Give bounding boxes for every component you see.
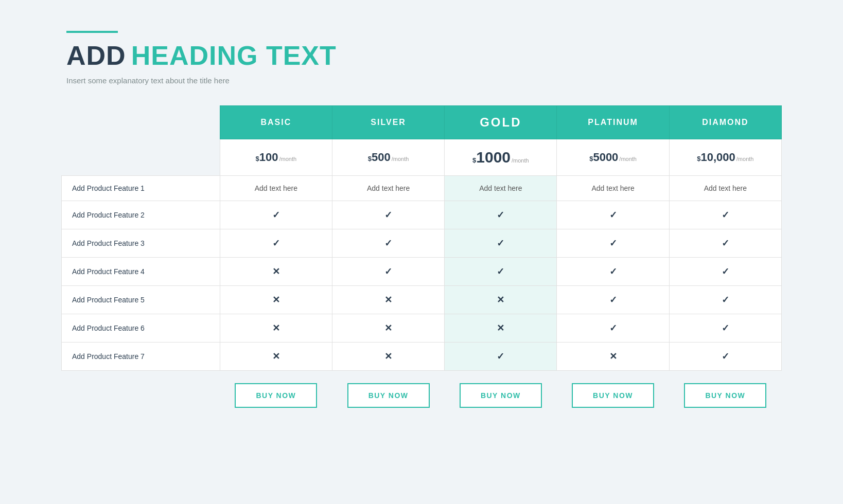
feature-val-3-basic: ✓ [220, 229, 332, 258]
heading-add: ADD [66, 40, 126, 71]
feature-val-2-basic: ✓ [220, 201, 332, 229]
plan-header-platinum: PLATINUM [557, 106, 669, 139]
feature-label-5: Add Product Feature 5 [62, 286, 220, 314]
buy-now-gold-cell: BUY NOW [445, 371, 557, 408]
feature-val-5-silver: ✕ [332, 286, 445, 314]
price-cell-gold: $ 1000 /month [445, 139, 557, 176]
buy-now-row: BUY NOW BUY NOW BUY NOW BUY NOW BUY NOW [62, 371, 782, 408]
heading-text: HEADING TEXT [131, 40, 337, 71]
feature-val-1-gold: Add text here [445, 176, 557, 201]
buy-now-diamond-cell: BUY NOW [669, 371, 781, 408]
price-row: $ 100 /month $ 500 /month [62, 139, 782, 176]
feature-val-4-silver: ✓ [332, 258, 445, 286]
pricing-table: BASIC SILVER GOLD PLATINUM DIAMOND $ 100… [61, 105, 782, 408]
feature-val-2-diamond: ✓ [669, 201, 781, 229]
feature-val-7-diamond: ✓ [669, 343, 781, 371]
feature-row-3: Add Product Feature 3 ✓ ✓ ✓ ✓ ✓ [62, 229, 782, 258]
feature-val-7-silver: ✕ [332, 343, 445, 371]
buy-now-silver-cell: BUY NOW [332, 371, 445, 408]
accent-line [66, 31, 118, 33]
feature-val-7-gold: ✓ [445, 343, 557, 371]
buy-now-gold-button[interactable]: BUY NOW [460, 383, 542, 408]
buy-now-basic-cell: BUY NOW [220, 371, 332, 408]
price-cell-basic: $ 100 /month [220, 139, 332, 176]
feature-label-6: Add Product Feature 6 [62, 314, 220, 343]
feature-row-2: Add Product Feature 2 ✓ ✓ ✓ ✓ ✓ [62, 201, 782, 229]
feature-val-5-basic: ✕ [220, 286, 332, 314]
feature-val-7-platinum: ✕ [557, 343, 669, 371]
feature-label-2: Add Product Feature 2 [62, 201, 220, 229]
feature-val-1-platinum: Add text here [557, 176, 669, 201]
buy-now-silver-button[interactable]: BUY NOW [347, 383, 430, 408]
price-feature-cell [62, 139, 220, 176]
buy-now-basic-button[interactable]: BUY NOW [235, 383, 317, 408]
feature-label-7: Add Product Feature 7 [62, 343, 220, 371]
feature-label-3: Add Product Feature 3 [62, 229, 220, 258]
buy-now-diamond-button[interactable]: BUY NOW [684, 383, 766, 408]
feature-val-1-basic: Add text here [220, 176, 332, 201]
price-cell-silver: $ 500 /month [332, 139, 445, 176]
feature-row-1: Add Product Feature 1 Add text here Add … [62, 176, 782, 201]
heading-subtitle: Insert some explanatory text about the t… [66, 76, 782, 85]
plan-header-basic: BASIC [220, 106, 332, 139]
feature-col-header [62, 106, 220, 139]
page-wrapper: ADD HEADING TEXT Insert some explanatory… [61, 31, 782, 408]
buy-now-platinum-button[interactable]: BUY NOW [572, 383, 654, 408]
feature-val-1-silver: Add text here [332, 176, 445, 201]
feature-val-1-diamond: Add text here [669, 176, 781, 201]
pricing-table-wrapper: BASIC SILVER GOLD PLATINUM DIAMOND $ 100… [61, 105, 782, 408]
heading-row: ADD HEADING TEXT [66, 40, 782, 71]
feature-label-4: Add Product Feature 4 [62, 258, 220, 286]
feature-row-5: Add Product Feature 5 ✕ ✕ ✕ ✓ ✓ [62, 286, 782, 314]
feature-val-4-platinum: ✓ [557, 258, 669, 286]
feature-val-6-silver: ✕ [332, 314, 445, 343]
feature-val-7-basic: ✕ [220, 343, 332, 371]
header-section: ADD HEADING TEXT Insert some explanatory… [61, 31, 782, 85]
feature-val-2-silver: ✓ [332, 201, 445, 229]
price-cell-platinum: $ 5000 /month [557, 139, 669, 176]
feature-val-3-platinum: ✓ [557, 229, 669, 258]
plan-header-row: BASIC SILVER GOLD PLATINUM DIAMOND [62, 106, 782, 139]
price-cell-diamond: $ 10,000 /month [669, 139, 781, 176]
feature-val-4-gold: ✓ [445, 258, 557, 286]
feature-val-5-diamond: ✓ [669, 286, 781, 314]
feature-val-4-basic: ✕ [220, 258, 332, 286]
buy-now-platinum-cell: BUY NOW [557, 371, 669, 408]
plan-header-gold: GOLD [445, 106, 557, 139]
feature-val-5-gold: ✕ [445, 286, 557, 314]
feature-val-6-platinum: ✓ [557, 314, 669, 343]
feature-row-4: Add Product Feature 4 ✕ ✓ ✓ ✓ ✓ [62, 258, 782, 286]
feature-val-2-platinum: ✓ [557, 201, 669, 229]
plan-header-silver: SILVER [332, 106, 445, 139]
feature-val-6-gold: ✕ [445, 314, 557, 343]
feature-val-3-gold: ✓ [445, 229, 557, 258]
buy-row-feature-cell [62, 371, 220, 408]
feature-val-4-diamond: ✓ [669, 258, 781, 286]
feature-val-6-basic: ✕ [220, 314, 332, 343]
plan-header-diamond: DIAMOND [669, 106, 781, 139]
feature-val-5-platinum: ✓ [557, 286, 669, 314]
feature-label-1: Add Product Feature 1 [62, 176, 220, 201]
feature-val-3-diamond: ✓ [669, 229, 781, 258]
feature-val-2-gold: ✓ [445, 201, 557, 229]
feature-row-7: Add Product Feature 7 ✕ ✕ ✓ ✕ ✓ [62, 343, 782, 371]
feature-val-3-silver: ✓ [332, 229, 445, 258]
feature-row-6: Add Product Feature 6 ✕ ✕ ✕ ✓ ✓ [62, 314, 782, 343]
feature-val-6-diamond: ✓ [669, 314, 781, 343]
